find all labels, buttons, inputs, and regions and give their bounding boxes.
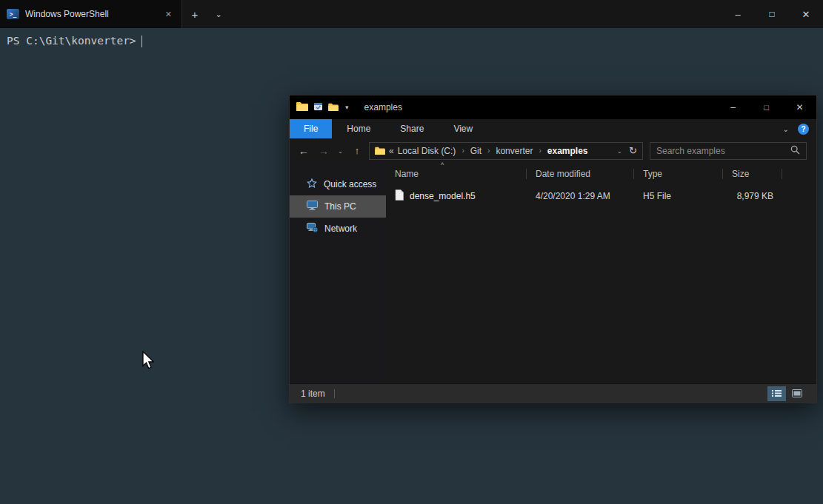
explorer-window: ▾ examples – □ ✕ File Home Share View ⌄ … bbox=[289, 95, 817, 403]
breadcrumb-chevron-icon: › bbox=[485, 147, 492, 155]
explorer-window-controls: – □ ✕ bbox=[716, 95, 816, 119]
terminal-close-button[interactable]: ✕ bbox=[789, 0, 823, 28]
column-header-name[interactable]: Name bbox=[386, 164, 527, 184]
tab-share[interactable]: Share bbox=[385, 119, 439, 138]
sidebar-item-quick-access[interactable]: Quick access bbox=[290, 173, 386, 195]
sidebar-item-this-pc[interactable]: This PC bbox=[290, 195, 386, 218]
explorer-title-bar[interactable]: ▾ examples – □ ✕ bbox=[290, 95, 816, 119]
address-dropdown-chevron-icon[interactable]: ⌄ bbox=[617, 147, 623, 155]
status-bar: 1 item bbox=[290, 383, 816, 403]
search-box bbox=[650, 142, 807, 160]
large-icons-view-button[interactable] bbox=[787, 386, 806, 401]
file-type-cell: H5 File bbox=[634, 191, 723, 201]
ribbon-right-controls: ⌄ ? bbox=[783, 119, 816, 138]
terminal-maximize-button[interactable]: □ bbox=[755, 0, 789, 28]
refresh-icon[interactable]: ↻ bbox=[629, 145, 637, 156]
new-folder-icon[interactable] bbox=[328, 101, 339, 114]
sidebar-item-label: Quick access bbox=[324, 179, 376, 189]
powershell-icon: >_ bbox=[7, 9, 19, 19]
explorer-window-title: examples bbox=[364, 102, 402, 112]
file-name-cell: dense_model.h5 bbox=[386, 189, 527, 203]
item-count: 1 item bbox=[301, 389, 325, 399]
details-view-icon bbox=[772, 389, 782, 397]
breadcrumb-local-disk[interactable]: Local Disk (C:) bbox=[398, 146, 456, 156]
breadcrumb-konverter[interactable]: konverter bbox=[496, 146, 533, 156]
search-input[interactable] bbox=[656, 146, 790, 156]
status-divider bbox=[334, 389, 335, 398]
folder-icon bbox=[296, 101, 308, 114]
recent-locations-chevron-icon[interactable]: ⌄ bbox=[336, 147, 345, 155]
star-icon bbox=[307, 178, 317, 191]
breadcrumb-overflow[interactable]: « bbox=[389, 146, 394, 156]
ribbon-tab-bar: File Home Share View ⌄ ? bbox=[290, 119, 816, 138]
sidebar-item-label: Network bbox=[324, 224, 357, 234]
tab-view[interactable]: View bbox=[439, 119, 487, 138]
new-tab-button[interactable]: + bbox=[182, 0, 207, 28]
monitor-icon bbox=[307, 201, 318, 212]
search-icon[interactable] bbox=[790, 144, 800, 158]
tab-home[interactable]: Home bbox=[332, 119, 385, 138]
column-header-type[interactable]: Type bbox=[634, 164, 723, 184]
file-name: dense_model.h5 bbox=[410, 191, 476, 201]
sidebar-item-label: This PC bbox=[324, 201, 356, 212]
tab-title: Windows PowerShell bbox=[25, 9, 156, 19]
address-toolbar: ← → ⌄ ↑ « Local Disk (C:) › Git › konver… bbox=[290, 138, 816, 163]
up-button[interactable]: ↑ bbox=[349, 145, 365, 156]
quick-access-toolbar-chevron-icon[interactable]: ▾ bbox=[344, 104, 350, 111]
address-bar[interactable]: « Local Disk (C:) › Git › konverter › ex… bbox=[369, 142, 643, 160]
terminal-window-controls: – □ ✕ bbox=[721, 0, 823, 28]
properties-icon[interactable] bbox=[313, 101, 323, 114]
tab-dropdown-button[interactable]: ⌄ bbox=[207, 0, 230, 28]
navigation-pane: Quick access This PC Network bbox=[290, 163, 386, 383]
table-row[interactable]: dense_model.h5 4/20/2020 1:29 AM H5 File… bbox=[386, 187, 816, 206]
explorer-maximize-button[interactable]: □ bbox=[750, 95, 783, 119]
details-view-button[interactable] bbox=[767, 386, 786, 401]
text-cursor bbox=[141, 36, 142, 47]
address-folder-icon bbox=[375, 144, 385, 158]
breadcrumb-chevron-icon: › bbox=[536, 147, 543, 155]
tab-close-button[interactable]: ✕ bbox=[162, 8, 175, 21]
file-list: ^ Name Date modified Type Size dense_mod… bbox=[386, 163, 816, 383]
help-icon[interactable]: ? bbox=[798, 124, 809, 135]
view-toggle-buttons bbox=[767, 386, 806, 401]
tab-windows-powershell[interactable]: >_ Windows PowerShell ✕ bbox=[0, 0, 182, 28]
network-icon bbox=[307, 223, 318, 235]
sidebar-item-network[interactable]: Network bbox=[290, 218, 386, 240]
file-date-cell: 4/20/2020 1:29 AM bbox=[527, 191, 634, 201]
forward-button[interactable]: → bbox=[316, 145, 332, 157]
explorer-content: Quick access This PC Network ^ bbox=[290, 163, 816, 383]
column-header-size[interactable]: Size bbox=[723, 164, 782, 184]
ribbon-expand-chevron-icon[interactable]: ⌄ bbox=[783, 125, 789, 133]
column-headers: ^ Name Date modified Type Size bbox=[386, 164, 816, 184]
tab-file[interactable]: File bbox=[290, 119, 332, 138]
breadcrumb-examples[interactable]: examples bbox=[547, 146, 588, 156]
terminal-minimize-button[interactable]: – bbox=[721, 0, 755, 28]
large-icons-view-icon bbox=[792, 389, 802, 397]
file-icon bbox=[395, 189, 404, 203]
back-button[interactable]: ← bbox=[296, 145, 312, 157]
address-bar-right: ⌄ ↻ bbox=[617, 145, 637, 156]
explorer-minimize-button[interactable]: – bbox=[716, 95, 750, 119]
file-size-cell: 8,979 KB bbox=[723, 191, 782, 201]
breadcrumb-git[interactable]: Git bbox=[470, 146, 482, 156]
desktop-screen: >_ Windows PowerShell ✕ + ⌄ – □ ✕ PS C:\… bbox=[0, 0, 823, 504]
terminal-prompt: PS C:\Git\konverter> bbox=[7, 35, 136, 47]
breadcrumb-chevron-icon: › bbox=[459, 147, 466, 155]
terminal-tab-bar: >_ Windows PowerShell ✕ + ⌄ – □ ✕ bbox=[0, 0, 823, 28]
column-header-date-modified[interactable]: Date modified bbox=[527, 164, 634, 184]
explorer-close-button[interactable]: ✕ bbox=[783, 95, 816, 119]
